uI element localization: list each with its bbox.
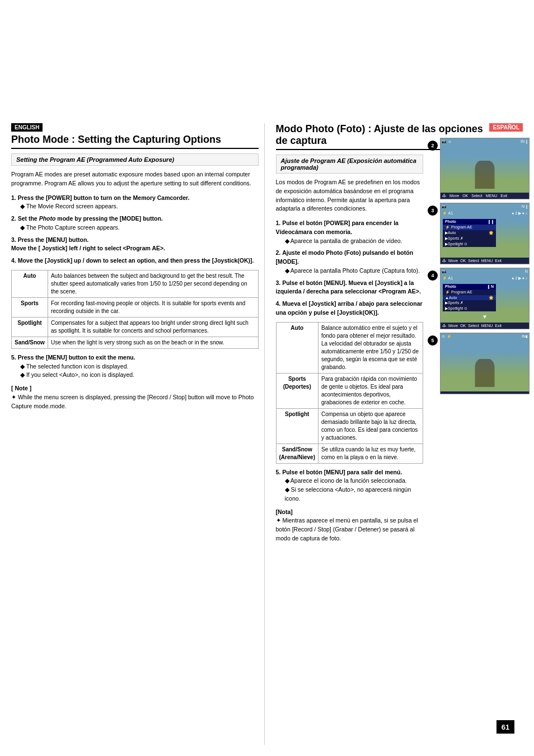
right-steps-list: 1. Pulse el botón [POWER] para encender … [276, 219, 424, 318]
left-subsection-box: Setting the Program AE (Programmed Auto … [11, 153, 259, 166]
left-section-title: Photo Mode : Setting the Capturing Optio… [11, 134, 259, 149]
step4-num: 4. [11, 257, 16, 264]
left-step-5: 5. Press the [MENU] button to exit the m… [11, 353, 259, 380]
screen5-row: 5 ⊙ ⚡ IN◖ [428, 333, 523, 394]
step1-bullet1: The Movie Record screen appears. [20, 202, 259, 211]
screen4-menu-sports: ▶Sports ✗ [443, 300, 496, 306]
right-step-5: 5. Pulse el botón [MENU] para salir del … [276, 468, 424, 503]
step5-bullets: The selected function icon is displayed.… [11, 362, 259, 380]
table-row: Spotlight Compensa un objeto que aparece… [276, 408, 423, 444]
screen3-step-circle: 3 [428, 206, 438, 216]
r-option-name-sandsnow: Sand/Snow (Arena/Nieve) [276, 444, 318, 463]
screen2-person [475, 161, 495, 189]
r-step4-num: 4. [276, 300, 281, 307]
screen4-arrow: ▼ [482, 314, 488, 320]
right-note-box: [Nota] Mientras aparece el menú en panta… [276, 508, 424, 543]
right-note-text: Mientras aparece el menú en pantalla, si… [276, 516, 424, 543]
screen5-icon2: ⚡ [447, 334, 452, 339]
left-column: ENGLISH Photo Mode : Setting the Capturi… [11, 123, 265, 745]
screen4-menu-spotlight: ▶Spotlight ⊙ [443, 306, 496, 311]
r-step5-b1: Aparece el icono de la función seleccion… [285, 477, 424, 486]
r-step2-text: Ajuste el modo Photo (Foto) pulsando el … [276, 249, 414, 265]
right-step-3: 3. Pulse el botón [MENU]. Mueva el [Joys… [276, 279, 424, 297]
espanol-badge: ESPAÑOL [489, 123, 523, 132]
option-name-spotlight: Spotlight [12, 317, 48, 337]
screen4-icon-row: ⚡ A1 ● 2 ▶ ♦ ♪ [442, 276, 527, 281]
r-step3-text: Pulse el botón [MENU]. Mueva el [Joystic… [276, 279, 421, 295]
screen3-menu-item4: ▶Spotlight ⊙ [443, 241, 496, 247]
step1-bullets: The Movie Record screen appears. [11, 202, 259, 211]
step2-bullets: The Photo Capture screen appears. [11, 223, 259, 232]
r-step4-text: Mueva el [Joystick] arriba / abajo para … [276, 300, 423, 316]
right-step-2: 2. Ajuste el modo Photo (Foto) pulsando … [276, 249, 424, 275]
screen4-indicators: N [525, 269, 528, 273]
screen2-exit: Exit [500, 194, 507, 198]
step5-text: Press the [MENU] button to exit the menu… [18, 354, 135, 361]
screen4-step-circle: 4 [428, 270, 438, 281]
screen3-menu-item3: ▶Sports ✗ [443, 236, 496, 241]
left-step-4: 4. Move the [Joystick] up / down to sele… [11, 256, 259, 265]
step5-num: 5. [11, 354, 16, 361]
option-desc-sandsnow: Use when the light is very strong such a… [48, 337, 258, 348]
r-step2-bullets: Aparece la pantalla Photo Capture (Captu… [276, 267, 424, 276]
r-step3-num: 3. [276, 279, 281, 286]
screen2-ok-icon: OK [462, 194, 468, 198]
left-intro: Program AE modes are preset automatic ex… [11, 170, 259, 188]
step4-text: Move the [Joystick] up / down to select … [18, 257, 254, 264]
option-name-auto: Auto [12, 270, 48, 297]
screen5-ind: IN◖ [522, 334, 528, 339]
screen2-row: 2 📷 ⊙ IN ‖ [428, 138, 523, 199]
table-row: Sand/Snow (Arena/Nieve) Se utiliza cuand… [276, 444, 423, 463]
camcorder-screen-4: 📷 N ⚡ A1 ● 2 ▶ ♦ ♪ Phot [440, 268, 530, 329]
left-step-1: 1. Press the [POWER] button to turn on t… [11, 194, 259, 212]
step2-bullet1: The Photo Capture screen appears. [20, 223, 259, 232]
r-step5-text: Pulse el botón [MENU] para salir del men… [282, 469, 402, 475]
screen3-indicators: N ‖ [522, 204, 528, 209]
step3-text: Press the [MENU] button.Move the [ Joyst… [11, 236, 165, 252]
screen2-menu: MENU [486, 194, 498, 198]
screen5-person [475, 359, 495, 387]
screen4-menu: Photo‖ N ⚡ Program AE ▲Auto 🌟 ▶Sports ✗ … [443, 284, 496, 311]
camcorder-screen-2: 📷 ⊙ IN ‖ 🕹 Move OK [440, 138, 530, 199]
screen4-icon-photo: 📷 [442, 269, 447, 274]
table-row: Auto Balance automático entre el sujeto … [276, 322, 423, 373]
page-container: ENGLISH Photo Mode : Setting the Capturi… [0, 0, 534, 756]
screen4-menu-item1: ⚡ Program AE [443, 290, 496, 295]
step2-num: 2. [11, 215, 16, 222]
table-row: Sand/Snow Use when the light is very str… [12, 337, 259, 348]
screen4-menu-title: Photo‖ N [443, 284, 496, 290]
step3-num: 3. [11, 236, 16, 243]
step1-num: 1. [11, 194, 16, 201]
screen4-menu-auto: ▲Auto 🌟 [443, 295, 496, 300]
left-note-title: [ Note ] [11, 384, 259, 393]
r-option-name-auto: Auto [276, 322, 318, 373]
option-desc-auto: Auto balances between the subject and ba… [48, 270, 258, 297]
left-step-2: 2. Set the Photo mode by pressing the [M… [11, 214, 259, 232]
screen2-bottom-move: Move [449, 194, 459, 198]
screen3-menu: Photo‖ ‖ ⚡ Program AE ▶Auto 🌟 ▶Sports ✗ … [443, 219, 496, 247]
left-options-table: Auto Auto balances between the subject a… [11, 270, 259, 349]
screen2-indicators: IN ‖ [521, 139, 528, 144]
screen3-row: 3 📷 N ‖ ⚡ A1 ● 2 ▶ ♦ ♪ [428, 203, 523, 264]
screen4-bottom-bar: 🕹MoveOKSelectMENUExit [441, 323, 529, 329]
screen3-menu-title: Photo‖ ‖ [443, 219, 496, 225]
r-option-desc-spotlight: Compensa un objeto que aparece demasiado… [318, 408, 423, 444]
option-desc-spotlight: Compensates for a subject that appears t… [48, 317, 258, 337]
r-option-desc-sandsnow: Se utiliza cuando la luz es muy fuerte, … [318, 444, 423, 463]
table-row: Sports For recording fast-moving people … [12, 297, 259, 317]
screen3-icon-row: ⚡ A1 ● 2 ▶ ♦ ♪ [442, 211, 527, 216]
screen2-icon-photo: 📷 [442, 139, 447, 144]
right-column: Modo Photo (Foto) : Ajuste de las opcion… [270, 123, 523, 745]
option-desc-sports: For recording fast-moving people or obje… [48, 297, 258, 317]
step5-bullet2: If you select <Auto>, no icon is display… [20, 371, 259, 380]
r-step5-b2: Si se selecciona <Auto>, no aparecerá ni… [285, 486, 424, 503]
right-step-4: 4. Mueva el [Joystick] arriba / abajo pa… [276, 300, 424, 318]
r-option-name-spotlight: Spotlight [276, 408, 318, 444]
left-note-text: While the menu screen is displayed, pres… [11, 393, 259, 411]
screen3-menu-item1: ⚡ Program AE [443, 225, 496, 230]
top-spacer [11, 11, 523, 123]
option-name-sandsnow: Sand/Snow [12, 337, 48, 348]
english-badge: ENGLISH [11, 123, 43, 132]
r-option-desc-auto: Balance automático entre el sujeto y el … [318, 322, 423, 373]
right-intro: Los modos de Program AE se predefinen en… [276, 178, 424, 213]
